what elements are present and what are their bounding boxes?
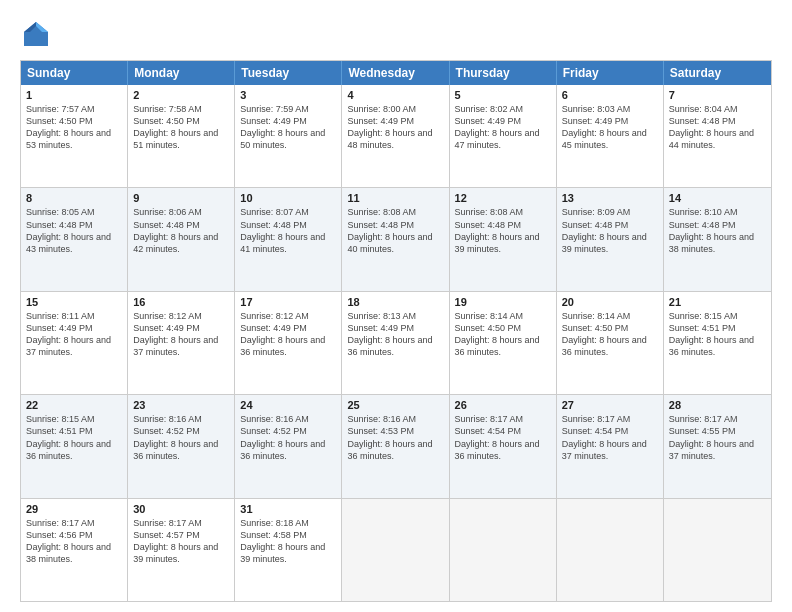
calendar-row: 22Sunrise: 8:15 AM Sunset: 4:51 PM Dayli… [21, 394, 771, 497]
cell-info: Sunrise: 8:02 AM Sunset: 4:49 PM Dayligh… [455, 103, 551, 152]
cell-info: Sunrise: 8:17 AM Sunset: 4:55 PM Dayligh… [669, 413, 766, 462]
empty-cell [557, 499, 664, 601]
day-number: 13 [562, 192, 658, 204]
day-number: 11 [347, 192, 443, 204]
cell-info: Sunrise: 7:59 AM Sunset: 4:49 PM Dayligh… [240, 103, 336, 152]
cell-info: Sunrise: 8:12 AM Sunset: 4:49 PM Dayligh… [240, 310, 336, 359]
day-number: 19 [455, 296, 551, 308]
cell-info: Sunrise: 8:14 AM Sunset: 4:50 PM Dayligh… [455, 310, 551, 359]
cell-info: Sunrise: 8:17 AM Sunset: 4:56 PM Dayligh… [26, 517, 122, 566]
cell-info: Sunrise: 8:18 AM Sunset: 4:58 PM Dayligh… [240, 517, 336, 566]
calendar-cell: 8Sunrise: 8:05 AM Sunset: 4:48 PM Daylig… [21, 188, 128, 290]
day-number: 30 [133, 503, 229, 515]
calendar-cell: 26Sunrise: 8:17 AM Sunset: 4:54 PM Dayli… [450, 395, 557, 497]
calendar: SundayMondayTuesdayWednesdayThursdayFrid… [20, 60, 772, 602]
day-number: 17 [240, 296, 336, 308]
day-number: 6 [562, 89, 658, 101]
calendar-cell: 13Sunrise: 8:09 AM Sunset: 4:48 PM Dayli… [557, 188, 664, 290]
calendar-cell: 22Sunrise: 8:15 AM Sunset: 4:51 PM Dayli… [21, 395, 128, 497]
day-number: 31 [240, 503, 336, 515]
cell-info: Sunrise: 8:17 AM Sunset: 4:57 PM Dayligh… [133, 517, 229, 566]
weekday-header: Wednesday [342, 61, 449, 85]
cell-info: Sunrise: 8:05 AM Sunset: 4:48 PM Dayligh… [26, 206, 122, 255]
cell-info: Sunrise: 7:58 AM Sunset: 4:50 PM Dayligh… [133, 103, 229, 152]
weekday-header: Monday [128, 61, 235, 85]
calendar-cell: 9Sunrise: 8:06 AM Sunset: 4:48 PM Daylig… [128, 188, 235, 290]
cell-info: Sunrise: 8:00 AM Sunset: 4:49 PM Dayligh… [347, 103, 443, 152]
day-number: 2 [133, 89, 229, 101]
calendar-cell: 31Sunrise: 8:18 AM Sunset: 4:58 PM Dayli… [235, 499, 342, 601]
logo [20, 18, 58, 50]
calendar-cell: 20Sunrise: 8:14 AM Sunset: 4:50 PM Dayli… [557, 292, 664, 394]
cell-info: Sunrise: 8:17 AM Sunset: 4:54 PM Dayligh… [455, 413, 551, 462]
calendar-cell: 1Sunrise: 7:57 AM Sunset: 4:50 PM Daylig… [21, 85, 128, 187]
cell-info: Sunrise: 8:08 AM Sunset: 4:48 PM Dayligh… [347, 206, 443, 255]
day-number: 29 [26, 503, 122, 515]
calendar-cell: 25Sunrise: 8:16 AM Sunset: 4:53 PM Dayli… [342, 395, 449, 497]
day-number: 24 [240, 399, 336, 411]
cell-info: Sunrise: 8:07 AM Sunset: 4:48 PM Dayligh… [240, 206, 336, 255]
calendar-cell: 3Sunrise: 7:59 AM Sunset: 4:49 PM Daylig… [235, 85, 342, 187]
day-number: 9 [133, 192, 229, 204]
day-number: 10 [240, 192, 336, 204]
calendar-row: 8Sunrise: 8:05 AM Sunset: 4:48 PM Daylig… [21, 187, 771, 290]
cell-info: Sunrise: 8:06 AM Sunset: 4:48 PM Dayligh… [133, 206, 229, 255]
day-number: 25 [347, 399, 443, 411]
calendar-cell: 11Sunrise: 8:08 AM Sunset: 4:48 PM Dayli… [342, 188, 449, 290]
calendar-cell: 10Sunrise: 8:07 AM Sunset: 4:48 PM Dayli… [235, 188, 342, 290]
cell-info: Sunrise: 8:14 AM Sunset: 4:50 PM Dayligh… [562, 310, 658, 359]
calendar-cell: 24Sunrise: 8:16 AM Sunset: 4:52 PM Dayli… [235, 395, 342, 497]
calendar-cell: 18Sunrise: 8:13 AM Sunset: 4:49 PM Dayli… [342, 292, 449, 394]
calendar-cell: 4Sunrise: 8:00 AM Sunset: 4:49 PM Daylig… [342, 85, 449, 187]
calendar-cell: 14Sunrise: 8:10 AM Sunset: 4:48 PM Dayli… [664, 188, 771, 290]
day-number: 28 [669, 399, 766, 411]
calendar-row: 15Sunrise: 8:11 AM Sunset: 4:49 PM Dayli… [21, 291, 771, 394]
cell-info: Sunrise: 8:11 AM Sunset: 4:49 PM Dayligh… [26, 310, 122, 359]
cell-info: Sunrise: 7:57 AM Sunset: 4:50 PM Dayligh… [26, 103, 122, 152]
cell-info: Sunrise: 8:08 AM Sunset: 4:48 PM Dayligh… [455, 206, 551, 255]
day-number: 1 [26, 89, 122, 101]
logo-icon [20, 18, 52, 50]
day-number: 7 [669, 89, 766, 101]
day-number: 5 [455, 89, 551, 101]
calendar-cell: 15Sunrise: 8:11 AM Sunset: 4:49 PM Dayli… [21, 292, 128, 394]
day-number: 18 [347, 296, 443, 308]
weekday-header: Sunday [21, 61, 128, 85]
cell-info: Sunrise: 8:13 AM Sunset: 4:49 PM Dayligh… [347, 310, 443, 359]
cell-info: Sunrise: 8:03 AM Sunset: 4:49 PM Dayligh… [562, 103, 658, 152]
calendar-cell: 7Sunrise: 8:04 AM Sunset: 4:48 PM Daylig… [664, 85, 771, 187]
page: SundayMondayTuesdayWednesdayThursdayFrid… [0, 0, 792, 612]
calendar-cell: 27Sunrise: 8:17 AM Sunset: 4:54 PM Dayli… [557, 395, 664, 497]
calendar-body: 1Sunrise: 7:57 AM Sunset: 4:50 PM Daylig… [21, 85, 771, 601]
calendar-row: 29Sunrise: 8:17 AM Sunset: 4:56 PM Dayli… [21, 498, 771, 601]
weekday-header: Friday [557, 61, 664, 85]
cell-info: Sunrise: 8:15 AM Sunset: 4:51 PM Dayligh… [26, 413, 122, 462]
day-number: 26 [455, 399, 551, 411]
calendar-cell: 28Sunrise: 8:17 AM Sunset: 4:55 PM Dayli… [664, 395, 771, 497]
cell-info: Sunrise: 8:10 AM Sunset: 4:48 PM Dayligh… [669, 206, 766, 255]
calendar-cell: 6Sunrise: 8:03 AM Sunset: 4:49 PM Daylig… [557, 85, 664, 187]
calendar-row: 1Sunrise: 7:57 AM Sunset: 4:50 PM Daylig… [21, 85, 771, 187]
calendar-cell: 17Sunrise: 8:12 AM Sunset: 4:49 PM Dayli… [235, 292, 342, 394]
calendar-cell: 29Sunrise: 8:17 AM Sunset: 4:56 PM Dayli… [21, 499, 128, 601]
calendar-cell: 16Sunrise: 8:12 AM Sunset: 4:49 PM Dayli… [128, 292, 235, 394]
calendar-cell: 5Sunrise: 8:02 AM Sunset: 4:49 PM Daylig… [450, 85, 557, 187]
day-number: 4 [347, 89, 443, 101]
cell-info: Sunrise: 8:04 AM Sunset: 4:48 PM Dayligh… [669, 103, 766, 152]
cell-info: Sunrise: 8:16 AM Sunset: 4:52 PM Dayligh… [133, 413, 229, 462]
header [20, 18, 772, 50]
day-number: 12 [455, 192, 551, 204]
weekday-header: Tuesday [235, 61, 342, 85]
calendar-cell: 2Sunrise: 7:58 AM Sunset: 4:50 PM Daylig… [128, 85, 235, 187]
cell-info: Sunrise: 8:17 AM Sunset: 4:54 PM Dayligh… [562, 413, 658, 462]
day-number: 3 [240, 89, 336, 101]
day-number: 20 [562, 296, 658, 308]
cell-info: Sunrise: 8:12 AM Sunset: 4:49 PM Dayligh… [133, 310, 229, 359]
calendar-cell: 12Sunrise: 8:08 AM Sunset: 4:48 PM Dayli… [450, 188, 557, 290]
cell-info: Sunrise: 8:09 AM Sunset: 4:48 PM Dayligh… [562, 206, 658, 255]
empty-cell [664, 499, 771, 601]
weekday-header: Saturday [664, 61, 771, 85]
empty-cell [342, 499, 449, 601]
day-number: 27 [562, 399, 658, 411]
cell-info: Sunrise: 8:16 AM Sunset: 4:52 PM Dayligh… [240, 413, 336, 462]
